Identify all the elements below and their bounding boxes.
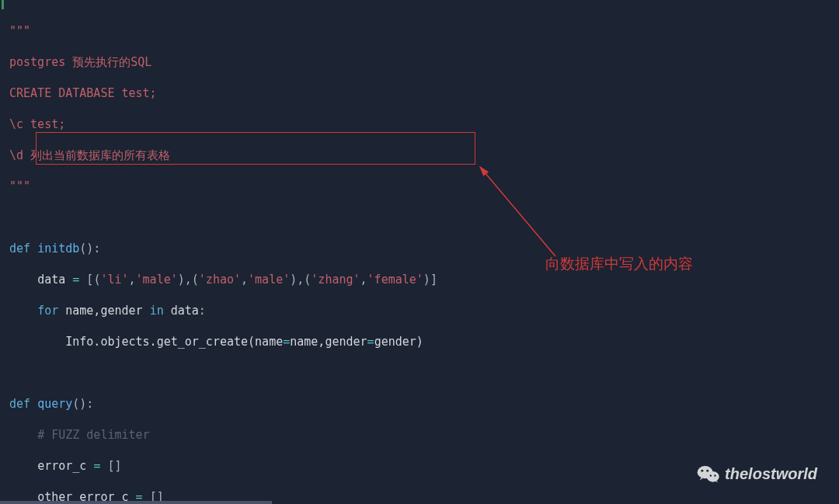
str: 'zhang' <box>311 273 360 287</box>
var: error_c <box>37 459 93 473</box>
svg-point-2 <box>707 471 719 482</box>
str: 'female' <box>367 273 423 287</box>
watermark: thelostworld <box>697 462 817 485</box>
var-data: data <box>37 273 72 287</box>
br: ) <box>423 273 430 287</box>
annotation-label: 向数据库中写入的内容 <box>545 256 693 272</box>
br: ) <box>290 273 297 287</box>
comma: , <box>241 273 248 287</box>
args: gender) <box>374 335 423 349</box>
kw-for: for <box>37 304 65 318</box>
wechat-icon <box>697 462 720 485</box>
sig: (): <box>79 242 100 255</box>
docstring-line: postgres 预先执行的SQL <box>9 55 151 69</box>
docstring-line: \d 列出当前数据库的所有表格 <box>9 148 170 162</box>
str: 'male' <box>136 273 178 287</box>
str: 'li' <box>100 273 128 287</box>
op-eq: = <box>93 459 107 473</box>
svg-point-5 <box>710 474 712 476</box>
comma: , <box>129 273 136 287</box>
call: Info.objects.get_or_create(name <box>65 335 283 349</box>
str: 'zhao' <box>199 273 241 287</box>
kw-def: def <box>9 242 37 255</box>
docstring-open: """ <box>9 24 30 38</box>
code-block: """ postgres 预先执行的SQL CREATE DATABASE te… <box>0 0 839 504</box>
svg-point-6 <box>714 474 715 476</box>
op-eq: = <box>367 335 374 349</box>
svg-point-3 <box>701 470 704 472</box>
op-eq: = <box>283 335 290 349</box>
docstring-close: """ <box>9 179 30 193</box>
op-eq: = <box>72 273 86 287</box>
empty-list: [] <box>107 459 121 473</box>
comma: , <box>185 273 192 287</box>
br: ( <box>192 273 199 287</box>
kw-in: in <box>150 304 171 318</box>
fn-initdb: initdb <box>37 242 79 255</box>
comma: , <box>297 273 304 287</box>
comma: , <box>360 273 367 287</box>
br: ( <box>304 273 311 287</box>
colon: : <box>199 304 206 318</box>
br: ) <box>178 273 185 287</box>
sig: (): <box>72 397 93 411</box>
args: name,gender <box>290 335 367 349</box>
str: 'male' <box>248 273 290 287</box>
docstring-line: CREATE DATABASE test; <box>9 86 157 100</box>
scrollbar-track <box>0 501 272 504</box>
var-data: data <box>171 304 199 318</box>
kw-def: def <box>9 397 37 411</box>
br: ] <box>430 273 437 287</box>
iter-vars: name,gender <box>65 304 149 318</box>
comment: # FUZZ delimiter <box>37 428 150 442</box>
svg-point-4 <box>706 470 708 472</box>
watermark-text: thelostworld <box>725 466 817 481</box>
fn-query: query <box>37 397 72 411</box>
docstring-line: \c test; <box>9 117 65 131</box>
